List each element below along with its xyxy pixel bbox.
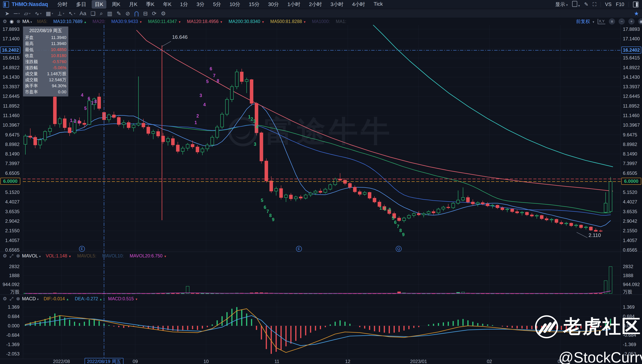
volume-tick: 1888 (623, 273, 633, 278)
volume-tick: 944.092 (623, 282, 640, 287)
magnet-tool[interactable]: ⋂ (134, 10, 139, 17)
symbol-label[interactable]: THMO:Nasdaq (12, 1, 48, 8)
timeframe-tab-日K[interactable]: 日K (92, 0, 106, 8)
volume-tick: 2832 (9, 264, 20, 269)
trade-number-marker: 1 (379, 206, 382, 211)
text-tool[interactable]: Aa (80, 10, 86, 16)
watchlist-panel-icon[interactable] (3, 1, 9, 8)
timeframe-tab-周K[interactable]: 周K (109, 0, 123, 8)
indicator-name[interactable]: MAVOL ▾ (22, 253, 41, 258)
chevron-down-icon: ▾ (37, 298, 39, 301)
channel-tool[interactable]: ▱▾ (24, 10, 31, 17)
tooltip-row: 涨跌幅-5.06% (25, 65, 66, 71)
vs-button[interactable]: VS (605, 2, 611, 7)
indicator-value: DIF:-0.014 ▲ (44, 296, 69, 301)
close-indicator-icon[interactable]: ⊗ (16, 253, 20, 258)
price-tick: 3.6535 (5, 209, 20, 214)
timeframe-tab-3分[interactable]: 3分 (193, 0, 207, 8)
axis-settings-icon[interactable]: X,Y (598, 19, 605, 24)
delete-tool[interactable]: ⊟ (143, 10, 147, 17)
timeframe-tab-1分[interactable]: 1分 (177, 0, 191, 8)
screenshot-icon[interactable]: ◉ (638, 18, 642, 24)
zoom-tool[interactable]: ⌕ (100, 10, 103, 17)
fullscreen-icon[interactable]: ⛶ (593, 1, 596, 8)
tooltip-row: 市盈率0.00 (25, 89, 66, 95)
indicator-name[interactable]: MACD ▾ (22, 296, 39, 302)
volume-values: VOL:1.148 ▼MAVOL5:MAVOL10:MAVOL20:6.750 … (46, 253, 172, 258)
earnings-badge[interactable]: E (79, 246, 85, 252)
indicator-value: MAVOL10: (102, 253, 124, 258)
trade-number-marker: 5 (392, 216, 394, 221)
expand-pane-icon[interactable]: ⤢ (10, 296, 14, 302)
adjust-mode-dropdown[interactable]: 前复权 ▾ (576, 18, 594, 24)
indicator-settings-icon[interactable]: ⚙ (3, 19, 7, 24)
trendline-tool[interactable]: ─▾ (14, 10, 20, 16)
pane-icons: ⚙ ⤢ ⊗ (3, 296, 20, 302)
timeframe-tab-10分[interactable]: 10分 (226, 0, 243, 8)
expand-pane-icon[interactable]: ⤢ (10, 253, 14, 258)
tiger-logo-icon (535, 315, 558, 338)
tooltip-row: 最低10.4850 (25, 46, 66, 52)
trade-number-marker: 5 (84, 106, 87, 111)
zoom-in-icon[interactable]: + (628, 18, 634, 24)
hide-drawings-tool[interactable]: ⊘ (125, 10, 130, 17)
volume-tick: 2832 (623, 264, 633, 269)
brush-icon[interactable]: ✎ (584, 1, 588, 8)
favorite-star-icon[interactable]: ★ (634, 10, 639, 17)
indicator-name[interactable]: MA ▾ (23, 19, 32, 24)
cursor-tool[interactable]: ➤ (5, 10, 9, 17)
price-tick: 2.1550 (623, 228, 637, 234)
layout-menu[interactable]: ▾ (572, 1, 580, 8)
timeframe-tab-15分[interactable]: 15分 (246, 0, 263, 8)
ohlc-tooltip: 2022/08/19 周五 开盘11.3940最高11.3940最低10.485… (23, 26, 68, 96)
timeframe-tab-30分[interactable]: 30分 (265, 0, 282, 8)
arrow-tool[interactable]: ↖▾ (69, 10, 75, 17)
timeframe-tab-5分[interactable]: 5分 (210, 0, 224, 8)
kline-stat-tool[interactable]: ▥ (107, 10, 112, 17)
reset-tool[interactable]: ⟳ (152, 10, 156, 17)
trade-number-marker: 4 (81, 92, 84, 98)
draw-settings-tool[interactable]: ⚙ (161, 10, 166, 17)
price-tick: 11.8952 (623, 103, 639, 109)
indicator-settings-icon[interactable]: ⚙ (3, 296, 7, 302)
note-tool[interactable]: ❑ (91, 10, 95, 17)
zoom-out-icon[interactable]: − (618, 18, 625, 24)
indicator-settings-icon[interactable]: ⚙ (3, 253, 7, 258)
trade-number-marker: 2 (196, 114, 199, 119)
close-indicator-icon[interactable]: ⊗ (16, 296, 20, 302)
measure-tool[interactable]: ⊥▾ (57, 10, 64, 17)
pattern-tool[interactable]: ▦▾ (46, 10, 53, 17)
quarter-badge[interactable]: Q (396, 246, 401, 252)
legend-list-icon[interactable]: ≡ (609, 18, 615, 24)
note-tool-icon: ❑ (91, 10, 95, 17)
close-indicator-icon[interactable]: ⊗ (16, 19, 20, 24)
timeframe-tab-年K[interactable]: 年K (160, 0, 174, 8)
indicator-value: MAVOL20:6.750 ▼ (130, 253, 167, 258)
author-handle: @StockCurry (558, 349, 642, 364)
earnings-badge[interactable]: E (296, 246, 302, 252)
volume-unit: 万股 (10, 289, 20, 295)
timeframe-tab-分时[interactable]: 分时 (54, 0, 71, 8)
timeframe-tab-4小时[interactable]: 4小时 (349, 0, 368, 8)
wave-tool[interactable]: ∿▾ (35, 10, 42, 17)
f10-button[interactable]: F10 (616, 2, 624, 7)
indicator-value: MAVOL5: (77, 253, 96, 258)
timeframe-tab-1小时[interactable]: 1小时 (284, 0, 303, 8)
display-menu[interactable]: 显示▾ (555, 1, 568, 8)
price-tick: 14.8922 (623, 65, 640, 70)
timeframe-tab-季K[interactable]: 季K (143, 0, 157, 8)
tiger-watermark: 老虎社区 @StockCurry (535, 314, 642, 364)
timeframe-tab-Tick[interactable]: Tick (371, 0, 386, 8)
indicator-value: MA120:18.4956 ▼ (187, 19, 223, 24)
timeframe-tab-3小时[interactable]: 3小时 (327, 0, 347, 8)
price-tick: 8.8982 (623, 142, 637, 147)
collapse-pane-icon[interactable]: ◉ (10, 19, 14, 24)
side-panel-toggle-icon[interactable] (633, 2, 638, 8)
timeframe-tab-2小时[interactable]: 2小时 (306, 0, 325, 8)
timeframe-tab-多日[interactable]: 多日 (73, 0, 89, 8)
timeframe-tab-月K[interactable]: 月K (126, 0, 140, 8)
trade-number-marker: 9 (402, 232, 405, 237)
titlebar-right-controls: 显示▾ ▾ ✎ ⛶ VS F10 (555, 1, 642, 8)
pencil-tool[interactable]: ✎ (116, 10, 121, 17)
chart-canvas[interactable] (0, 0, 642, 364)
